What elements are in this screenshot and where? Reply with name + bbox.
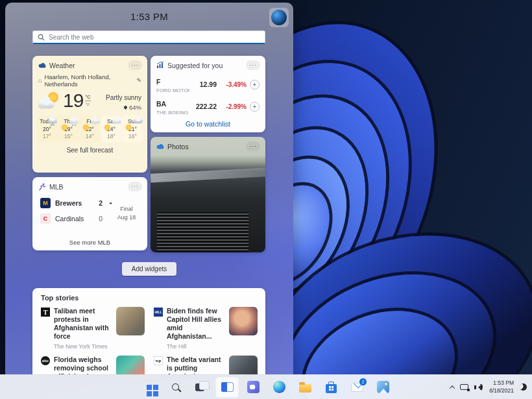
see-full-forecast-link[interactable]: See full forecast [32,143,147,154]
widgets-button[interactable] [215,377,239,398]
stocks-title: Suggested for you [167,62,243,69]
photos-more-button[interactable]: ··· [246,141,260,151]
top-stories-card: Top stories T Taliban meet protests in A… [32,288,265,374]
the-hill-logo: HILL [154,308,163,317]
search-bar[interactable] [32,30,265,44]
story-headline: Taliban meet protests in Afghanistan wit… [54,307,112,341]
photo-image-highlight [151,167,265,182]
photos-title: Photos [167,143,243,151]
task-view-button[interactable] [189,377,213,398]
add-widgets-button[interactable]: Add widgets [122,262,176,276]
file-explorer-button[interactable] [293,377,317,398]
store-bag-icon [326,384,337,393]
mlb-runner-icon [38,183,46,191]
focus-assist-moon-icon[interactable] [519,383,527,391]
forecast-day[interactable]: Thu 19°15° [58,115,79,143]
team-score: 2 [99,199,103,207]
volume-wave-icon [480,384,483,390]
weather-location: Haarlem, North Holland, Netherlands [44,73,134,88]
cardinals-logo: C [40,213,51,224]
team-name: Brewers [55,199,94,207]
forecast-day[interactable]: Sun 21°16° [122,115,143,143]
edge-browser-icon [273,381,285,393]
microsoft-store-button[interactable] [319,377,343,398]
weather-icon [38,62,46,69]
tray-overflow-chevron-icon[interactable] [450,385,455,391]
story-item[interactable]: T Taliban meet protests in Afghanistan w… [41,307,145,350]
weather-condition: Partly sunny [106,94,141,101]
stocks-widget: Suggested for you ··· F FORD MOTOR... 12… [151,56,265,132]
photos-app-button[interactable] [371,377,394,398]
chat-button[interactable] [241,377,265,398]
stock-change: -3.49% [217,81,247,88]
stock-price: 12.99 [189,80,217,88]
stock-symbol: BA [156,100,166,108]
photos-widget[interactable]: Photos ··· [151,137,265,252]
forecast-day[interactable]: Today 20°17° [36,115,58,143]
search-input[interactable] [49,34,260,41]
stock-company: FORD MOTOR... [156,88,189,93]
unit-fahrenheit[interactable]: °F [85,101,90,108]
stock-row[interactable]: BA THE BOEING ... 222.22 -2.99% + [151,95,265,117]
mlb-more-button[interactable]: ··· [128,182,142,191]
add-to-watchlist-button[interactable]: + [250,80,260,90]
weather-temp: 19 [63,90,83,112]
start-button[interactable] [138,377,161,398]
story-thumbnail [116,356,145,375]
search-icon [172,383,179,391]
weather-widget: Weather ··· ⌂ Haarlem, North Holland, Ne… [32,56,147,173]
windows-logo-icon [147,385,152,390]
forecast-day[interactable]: Fri 22°14° [79,115,101,143]
task-view-icon [195,383,204,391]
edge-button[interactable] [267,377,291,398]
story-headline: Biden finds few Capitol Hill allies amid… [167,307,225,341]
stock-row[interactable]: F FORD MOTOR... 12.99 -3.49% + [151,73,265,95]
weather-more-button[interactable]: ··· [128,60,142,70]
story-item[interactable]: HILL Biden finds few Capitol Hill allies… [154,307,258,350]
unit-celsius[interactable]: °C [85,94,90,101]
tray-clock[interactable]: 1:53 PM 8/18/2021 [489,380,514,394]
widgets-grid: Weather ··· ⌂ Haarlem, North Holland, Ne… [32,56,265,252]
add-to-watchlist-button[interactable]: + [250,102,260,112]
weather-title: Weather [49,62,125,69]
story-thumbnail [116,307,145,335]
volume-icon[interactable] [474,383,483,391]
mail-button[interactable]: 2 [345,377,369,398]
forecast-day[interactable]: Sat 24°18° [101,115,122,143]
see-more-mlb-link[interactable]: See more MLB [32,239,147,246]
panel-clock: 1:53 PM [5,3,293,22]
story-item[interactable]: abc Florida weighs removing school offic… [41,356,145,375]
stock-company: THE BOEING ... [156,110,189,115]
stocks-more-button[interactable]: ··· [246,60,260,70]
weather-location-row[interactable]: ⌂ Haarlem, North Holland, Netherlands ✎ [32,73,147,88]
tray-time: 1:53 PM [489,380,514,387]
search-icon [38,34,45,41]
brewers-logo: M [40,198,51,208]
stock-change: -2.99% [217,103,247,110]
story-item[interactable]: wp The delta variant is putting America'… [154,356,258,375]
team-name: Cardinals [55,215,94,223]
stock-price: 222.22 [189,103,217,110]
mlb-widget: MLB ··· M Brewers 2 ◄ C [32,177,147,250]
go-to-watchlist-link[interactable]: Go to watchlist [151,120,265,128]
stock-symbol: F [156,78,160,86]
story-thumbnail [229,356,258,375]
edit-location-icon[interactable]: ✎ [136,77,141,84]
tray-date: 8/18/2021 [489,387,514,394]
teams-chat-icon [247,381,260,393]
search-taskbar-button[interactable] [163,377,187,398]
folder-icon [299,384,311,393]
team-row: M Brewers 2 ◄ [40,198,112,208]
profile-avatar-button[interactable] [269,8,289,27]
widgets-panel: 1:53 PM Weather ··· ⌂ Haar [5,3,293,374]
taskbar: 2 1:53 PM 8/18/2021 [0,374,532,399]
network-icon[interactable] [460,384,468,390]
unit-toggle[interactable]: °C °F [85,94,90,108]
desktop: 1:53 PM Weather ··· ⌂ Haar [0,0,532,399]
humidity-icon [123,104,128,109]
story-source: The Hill [167,343,225,350]
story-thumbnail [229,307,258,335]
mlb-game[interactable]: M Brewers 2 ◄ C Cardinals 0 ◄ [32,194,147,229]
mlb-title: MLB [49,183,125,191]
abc-news-logo: abc [41,356,50,365]
